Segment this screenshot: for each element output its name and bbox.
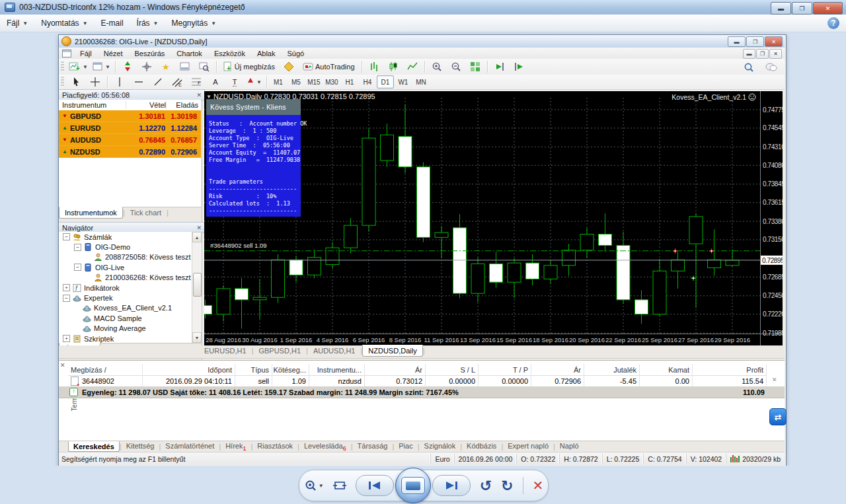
mt4-menu-eszközök[interactable]: Eszközök	[208, 48, 251, 59]
chat-icon[interactable]	[762, 60, 781, 75]
mt4-menu-chartok[interactable]: Chartok	[171, 48, 208, 59]
order-row[interactable]: 364489022016.09.29 04:10:11sell1.09nzdus…	[68, 375, 767, 387]
profiles-button[interactable]: ▼	[91, 59, 112, 74]
chart-shift-button[interactable]	[510, 59, 528, 74]
terminal-column-header[interactable]: Kamat	[640, 364, 693, 375]
vline-tool[interactable]	[110, 75, 129, 89]
mt4-menu-súgó[interactable]: Súgó	[281, 48, 310, 59]
market-watch-row-audusd[interactable]: ▼AUDUSD0.768450.76857	[59, 134, 201, 146]
navigator-toggle[interactable]: ★	[157, 59, 175, 74]
cursor-tool[interactable]	[67, 75, 85, 89]
strategy-tester-button[interactable]	[195, 59, 213, 74]
restore-button[interactable]: ❐	[792, 2, 812, 15]
pv-menu-nyomtatás[interactable]: Nyomtatás▼	[34, 16, 94, 30]
market-watch-row-nzdusd[interactable]: ▲NZDUSD0.728900.72906	[59, 146, 201, 158]
navigator-close-icon[interactable]: ✕	[196, 225, 202, 231]
timeframe-h1[interactable]: H1	[341, 75, 358, 89]
crosshair-tool[interactable]	[86, 75, 104, 89]
expand-icon[interactable]: +	[63, 284, 70, 291]
terminal-tab-piac[interactable]: Piac	[394, 441, 417, 450]
terminal-tab-riaszt-sok[interactable]: Riasztások	[252, 441, 297, 450]
terminal-tab-h-rek[interactable]: Hírek1	[221, 441, 250, 452]
rotate-cw-icon[interactable]: ↻	[501, 478, 513, 494]
collapse-icon[interactable]: −	[63, 233, 70, 240]
order-close-icon[interactable]: ✕	[772, 377, 777, 383]
terminal-tab-szign-lok[interactable]: Szignálok	[420, 441, 461, 450]
terminal-column-header[interactable]: Profit	[693, 364, 767, 375]
zoom-caret-icon[interactable]: ▼	[319, 483, 324, 489]
mt4-close-button[interactable]: ✕	[765, 36, 783, 47]
hline-tool[interactable]	[130, 75, 148, 89]
pv-menu-fájl[interactable]: Fájl▼	[0, 16, 34, 30]
timeframe-m5[interactable]: M5	[288, 75, 305, 89]
delete-button[interactable]: ✕	[533, 478, 544, 493]
bar-chart-button[interactable]	[365, 59, 383, 74]
rotate-ccw-icon[interactable]: ↺	[480, 478, 492, 494]
terminal-tab-kitetts-g[interactable]: Kitettség	[122, 441, 159, 450]
line-chart-button[interactable]	[403, 59, 422, 74]
mt4-menu-fájl[interactable]: Fájl	[74, 48, 98, 59]
timeframe-w1[interactable]: W1	[395, 75, 412, 89]
terminal-column-header[interactable]: Ár	[531, 364, 584, 375]
scroll-up-icon[interactable]: ▲	[192, 232, 202, 242]
terminal-column-header[interactable]: Megbízás /	[68, 364, 143, 375]
market-watch-row-eurusd[interactable]: ▲EURUSD1.122701.12284	[59, 122, 201, 134]
mt4-menu-nézet[interactable]: Nézet	[98, 48, 129, 59]
pv-menu-e-mail[interactable]: E-mail	[95, 16, 130, 30]
tree-item-sz-ml-k[interactable]: −Számlák	[59, 232, 192, 242]
mt4-menu-ablak[interactable]: Ablak	[251, 48, 282, 59]
scrollbar-thumb[interactable]	[193, 273, 202, 297]
previous-button[interactable]	[356, 475, 394, 496]
mt4-restore-button[interactable]: ❐	[746, 36, 764, 47]
terminal-column-header[interactable]: T / P	[479, 364, 531, 375]
terminal-column-header[interactable]: S / L	[426, 364, 479, 375]
channel-tool[interactable]: E	[168, 75, 186, 89]
terminal-column-header[interactable]: Jutalék	[584, 364, 640, 375]
market-watch-row-gbpusd[interactable]: ▼GBPUSD1.301811.30198	[59, 110, 201, 122]
data-window-toggle[interactable]	[137, 59, 156, 74]
timeframe-m15[interactable]: M15	[305, 75, 323, 89]
scroll-down-icon[interactable]: ▼	[192, 332, 202, 343]
zoom-in-button[interactable]	[428, 59, 446, 74]
column-ask[interactable]: Eladás	[166, 101, 201, 109]
fibonacci-tool[interactable]: F	[187, 75, 206, 89]
tree-item-kovess-ea-client-v2-1[interactable]: Kovess_EA_Client_v2.1	[59, 303, 192, 313]
zoom-out-button[interactable]	[447, 59, 465, 74]
timeframe-h4[interactable]: H4	[359, 75, 376, 89]
toolbar-grip[interactable]	[61, 77, 64, 87]
terminal-column-header[interactable]: Típus	[235, 364, 272, 375]
chart-window-icon[interactable]	[62, 50, 71, 57]
column-instrument[interactable]: Instrumentum	[59, 101, 126, 109]
tree-item-2100036268-k-vess-teszt[interactable]: 2100036268: Kövess teszt	[59, 273, 192, 283]
slideshow-button[interactable]	[395, 468, 431, 503]
market-watch-close-icon[interactable]: ✕	[196, 92, 202, 98]
tree-item-szkriptek[interactable]: +Szkriptek	[59, 334, 192, 343]
minimize-button[interactable]: ▬	[771, 2, 791, 15]
fit-to-window-icon[interactable]	[333, 480, 346, 491]
chart-minimize-button[interactable]: ▬	[743, 49, 755, 59]
tree-item-moving-average[interactable]: Moving Average	[59, 324, 192, 334]
collapse-icon[interactable]: −	[74, 244, 81, 251]
terminal-tab-expert-napl-[interactable]: Expert napló	[503, 441, 553, 450]
pv-menu-megnyitás[interactable]: Megnyitás▼	[165, 16, 223, 30]
autotrading-button[interactable]: AutoTrading	[299, 59, 359, 74]
terminal-tab-t-rsas-g[interactable]: Társaság	[353, 441, 393, 450]
timeframe-d1[interactable]: D1	[377, 75, 394, 89]
chart-tab-eurusd-h1[interactable]: EURUSD,H1	[199, 345, 252, 356]
collapse-icon[interactable]: −	[74, 264, 81, 271]
chart-close-button[interactable]: ✕	[769, 49, 782, 59]
terminal-tab-keresked-s[interactable]: Kereskedés	[68, 441, 120, 452]
new-chart-button[interactable]: +▼	[67, 59, 90, 74]
navigator-scrollbar[interactable]: ▲ ▼	[192, 232, 202, 343]
text-tool[interactable]: A	[206, 75, 225, 89]
chart-restore-button[interactable]: ❐	[756, 49, 769, 59]
trendline-tool[interactable]	[149, 75, 167, 89]
terminal-tab-napl-[interactable]: Napló	[555, 441, 584, 450]
pv-menu-írás[interactable]: Írás▼	[130, 16, 165, 30]
tree-item-indik-torok[interactable]: +fIndikátorok	[59, 283, 192, 293]
arrows-tool[interactable]: ▼	[245, 75, 264, 89]
market-watch-toggle[interactable]	[118, 59, 137, 74]
label-tool[interactable]: T	[225, 75, 244, 89]
help-icon[interactable]: ?	[827, 17, 839, 29]
column-bid[interactable]: Vétel	[126, 101, 166, 109]
